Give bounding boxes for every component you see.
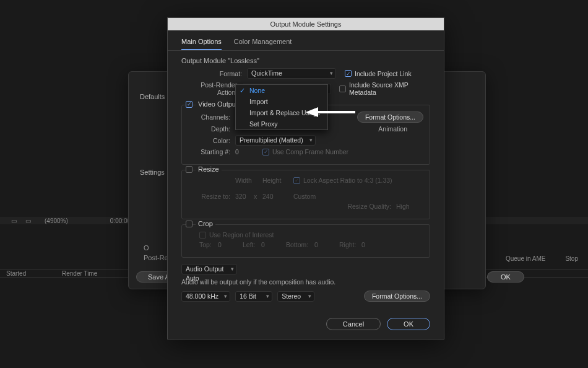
crop-group: Crop Use Region of Interest Top: 0 Left:… (181, 224, 430, 258)
color-mode-label: Color: (188, 137, 235, 144)
dropdown-item-none[interactable]: None (236, 85, 327, 96)
crop-right-value: 0 (361, 241, 374, 248)
lock-aspect-checkbox (293, 177, 300, 184)
dialog-title: Output Module Settings (168, 18, 444, 30)
resize-to-label: Resize to: (188, 193, 235, 200)
depth-label: Depth: (188, 125, 235, 133)
color-mode-select[interactable]: Premultiplied (Matted) (235, 135, 316, 146)
use-roi-checkbox (199, 232, 206, 239)
view-icon: ▭ (25, 217, 31, 224)
audio-depth-select[interactable]: 16 Bit (235, 291, 272, 302)
lock-aspect-label: Lock Aspect Ratio to 4:3 (1.33) (303, 177, 392, 184)
zoom-icon: ▭ (11, 217, 17, 224)
include-project-link-label: Include Project Link (355, 70, 412, 77)
audio-channels-select[interactable]: Stereo (277, 291, 314, 302)
resize-checkbox[interactable] (186, 166, 192, 173)
crop-bottom-value: 0 (314, 241, 339, 248)
post-render-action-label: Post-Render Action: (181, 81, 242, 96)
resize-width-label: Width (235, 177, 262, 184)
resize-quality-value: High (396, 203, 423, 210)
video-output-label: Video Output (196, 100, 240, 108)
crop-left-label: Left: (243, 241, 261, 248)
video-output-checkbox[interactable] (186, 101, 192, 108)
resize-height-value: 240 (262, 193, 281, 200)
include-xmp-checkbox[interactable] (339, 85, 346, 92)
dropdown-item-set-proxy[interactable]: Set Proxy (236, 118, 327, 129)
resize-preset: Custom (293, 193, 316, 200)
resize-label: Resize (196, 165, 222, 173)
tab-color-management[interactable]: Color Management (234, 38, 292, 50)
channels-label: Channels: (188, 113, 235, 121)
audio-output-mode-select[interactable]: Audio Output Auto (181, 264, 237, 274)
annotation-arrow-icon (306, 106, 358, 118)
crop-label: Crop (196, 220, 215, 227)
include-xmp-label: Include Source XMP Metadata (349, 81, 430, 96)
resize-quality-label: Resize Quality: (347, 203, 391, 210)
stop-button[interactable]: Stop (555, 255, 588, 264)
use-comp-frame-label: Use Comp Frame Number (272, 148, 348, 156)
video-format-options-button[interactable]: Format Options... (357, 112, 423, 123)
starting-frame-label: Starting #: (188, 148, 235, 156)
starting-frame-value[interactable]: 0 (235, 148, 254, 156)
svg-marker-1 (306, 107, 318, 117)
resize-width-value: 320 (235, 193, 254, 200)
tab-main-options[interactable]: Main Options (181, 38, 222, 50)
format-info: Animation (378, 125, 407, 133)
output-module-name: Output Module "Lossless" (181, 57, 430, 64)
templates-ok-button[interactable]: OK (487, 271, 524, 283)
use-roi-label: Use Region of Interest (209, 231, 274, 239)
resize-height-label: Height (262, 177, 293, 184)
cancel-button[interactable]: Cancel (326, 318, 381, 330)
format-label: Format: (181, 70, 247, 77)
crop-checkbox[interactable] (186, 221, 192, 227)
crop-bottom-label: Bottom: (286, 241, 314, 248)
resize-x: x (254, 193, 262, 200)
use-comp-frame-checkbox[interactable] (262, 149, 269, 156)
crop-right-label: Right: (339, 241, 361, 248)
crop-top-label: Top: (199, 241, 218, 248)
audio-note: Audio will be output only if the composi… (181, 278, 430, 286)
audio-format-options-button[interactable]: Format Options... (364, 291, 430, 302)
col-started: Started (0, 270, 56, 277)
crop-left-value: 0 (261, 241, 286, 248)
format-select[interactable]: QuickTime (247, 68, 336, 79)
zoom-value: (4900%) (45, 217, 68, 224)
include-project-link-checkbox[interactable] (345, 70, 352, 77)
dialog-tabs: Main Options Color Management (168, 30, 444, 51)
resize-group: Resize Width Height Lock Aspect Ratio to… (181, 170, 430, 219)
queue-in-ame-button[interactable]: Queue in AME (496, 255, 555, 264)
output-module-settings-dialog: Output Module Settings Main Options Colo… (167, 17, 444, 340)
ok-button[interactable]: OK (387, 318, 430, 330)
audio-rate-select[interactable]: 48.000 kHz (181, 291, 230, 302)
col-render-time: Render Time (56, 270, 111, 277)
crop-top-value: 0 (218, 241, 243, 248)
